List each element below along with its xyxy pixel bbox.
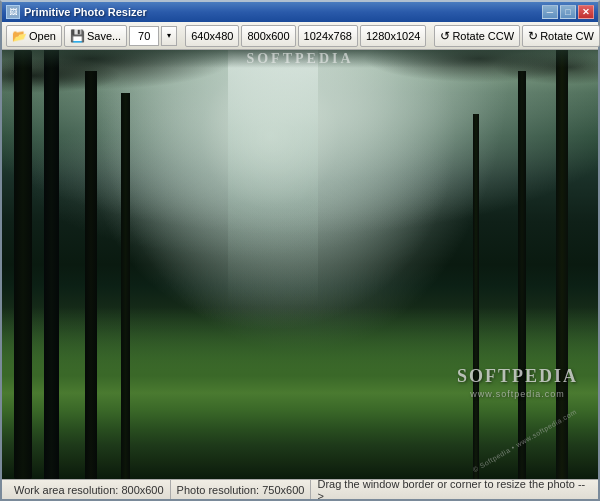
save-icon: 💾 <box>70 29 85 43</box>
save-button[interactable]: 💾 Save... <box>64 25 127 47</box>
softpedia-url: www.softpedia.com <box>457 389 578 399</box>
app-icon: 🖼 <box>6 5 20 19</box>
title-bar: 🖼 Primitive Photo Resizer ─ □ ✕ <box>2 2 598 22</box>
maximize-button[interactable]: □ <box>560 5 576 19</box>
res-1280-button[interactable]: 1280x1024 <box>360 25 426 47</box>
tree-left-3 <box>85 71 97 479</box>
toolbar: 📂 Open 💾 Save... ▾ 640x480 800x600 1024x… <box>2 22 598 50</box>
tree-left-4 <box>121 93 130 479</box>
rotate-cw-label: Rotate CW <box>540 30 594 42</box>
hint-status: Drag the window border or corner to resi… <box>311 480 592 499</box>
rotate-ccw-icon: ↺ <box>440 29 450 43</box>
quality-input[interactable] <box>129 26 159 46</box>
softpedia-top-banner: SOFTPEDIA <box>2 50 598 68</box>
res-640-button[interactable]: 640x480 <box>185 25 239 47</box>
work-area-status: Work area resolution: 800x600 <box>8 480 171 499</box>
close-button[interactable]: ✕ <box>578 5 594 19</box>
photo-resolution-status: Photo resolution: 750x600 <box>171 480 312 499</box>
save-label: Save... <box>87 30 121 42</box>
softpedia-watermark: SOFTPEDIA www.softpedia.com <box>457 366 578 399</box>
minimize-button[interactable]: ─ <box>542 5 558 19</box>
rotate-cw-button[interactable]: ↻ Rotate CW <box>522 25 600 47</box>
tree-left-2 <box>44 50 59 479</box>
open-label: Open <box>29 30 56 42</box>
open-icon: 📂 <box>12 29 27 43</box>
title-bar-left: 🖼 Primitive Photo Resizer <box>6 5 147 19</box>
rotate-cw-icon: ↻ <box>528 29 538 43</box>
softpedia-watermark-text: SOFTPEDIA <box>457 366 578 386</box>
tree-left-1 <box>14 50 32 479</box>
window-title: Primitive Photo Resizer <box>24 6 147 18</box>
window-controls: ─ □ ✕ <box>542 5 594 19</box>
image-container: SOFTPEDIA SOFTPEDIA www.softpedia.com © … <box>2 50 598 479</box>
res-1024-button[interactable]: 1024x768 <box>298 25 358 47</box>
rotate-ccw-button[interactable]: ↺ Rotate CCW <box>434 25 520 47</box>
quality-dropdown[interactable]: ▾ <box>161 26 177 46</box>
tree-right-2 <box>518 71 527 479</box>
tree-right-3 <box>473 114 479 479</box>
quality-group: ▾ <box>129 26 177 46</box>
app-window: 🖼 Primitive Photo Resizer ─ □ ✕ 📂 Open 💾… <box>0 0 600 501</box>
photo-display: SOFTPEDIA SOFTPEDIA www.softpedia.com © … <box>2 50 598 479</box>
status-bar: Work area resolution: 800x600 Photo reso… <box>2 479 598 499</box>
res-800-button[interactable]: 800x600 <box>241 25 295 47</box>
rotate-ccw-label: Rotate CCW <box>452 30 514 42</box>
open-button[interactable]: 📂 Open <box>6 25 62 47</box>
